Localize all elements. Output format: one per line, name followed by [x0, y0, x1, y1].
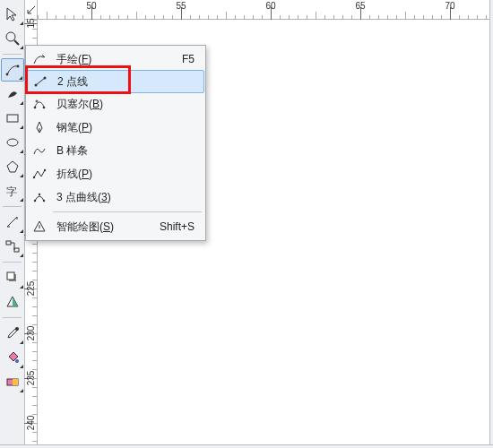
menu-label: 折线(P) — [51, 167, 195, 182]
smart-drawing-icon — [28, 220, 51, 234]
tool-rectangle[interactable] — [1, 107, 24, 130]
svg-rect-4 — [7, 115, 18, 122]
tool-ellipse[interactable] — [1, 131, 24, 154]
menu-label: 手绘(F) — [51, 52, 182, 67]
menu-shortcut: F5 — [182, 53, 203, 65]
svg-point-24 — [44, 77, 47, 80]
menu-label: 智能绘图(S) — [51, 220, 160, 235]
ruler-tick-label: 50 — [86, 1, 96, 11]
window-border-bottom — [0, 444, 493, 448]
tool-pick[interactable] — [1, 3, 24, 26]
app-root: 字 5055606570 152023225230235240 手绘(F) F5… — [0, 0, 493, 448]
bezier-icon — [28, 97, 51, 111]
svg-text:字: 字 — [6, 185, 17, 198]
svg-point-30 — [44, 169, 46, 171]
svg-rect-18 — [13, 379, 18, 385]
menu-item-smart-drawing[interactable]: 智能绘图(S) Shift+S — [28, 215, 203, 238]
svg-point-26 — [43, 107, 46, 109]
svg-point-16 — [15, 359, 19, 363]
svg-point-5 — [7, 139, 18, 146]
svg-point-25 — [34, 107, 37, 109]
ruler-origin-icon[interactable] — [25, 0, 38, 20]
menu-label: 3 点曲线(3) — [51, 190, 195, 205]
svg-point-32 — [43, 200, 45, 202]
svg-point-2 — [6, 73, 9, 76]
menu-label: 钢笔(P) — [51, 120, 195, 135]
two-point-line-icon — [29, 74, 52, 89]
menu-item-3-point-curve[interactable]: 3 点曲线(3) — [28, 185, 203, 209]
tool-fill[interactable] — [1, 346, 24, 369]
svg-rect-12 — [14, 248, 19, 252]
ruler-tick-label: 55 — [176, 1, 186, 11]
tool-text[interactable]: 字 — [1, 179, 24, 202]
tool-interactive-fill[interactable] — [1, 370, 24, 393]
svg-line-19 — [28, 6, 35, 13]
svg-point-33 — [39, 194, 40, 195]
svg-point-0 — [6, 32, 15, 41]
svg-rect-11 — [6, 241, 11, 245]
svg-point-23 — [35, 84, 38, 87]
ruler-tick-label: 65 — [355, 1, 365, 11]
menu-item-polyline[interactable]: 折线(P) — [28, 162, 203, 185]
menu-item-b-spline[interactable]: B 样条 — [28, 139, 203, 162]
svg-point-3 — [17, 65, 20, 68]
svg-line-8 — [7, 217, 17, 227]
svg-marker-6 — [7, 161, 18, 172]
curve-flyout-menu: 手绘(F) F5 2 点线 贝塞尔(B) 钢笔(P) B 样条 折线(P) — [25, 45, 206, 241]
window-border-right — [489, 0, 493, 448]
pen-icon — [28, 120, 51, 134]
svg-point-27 — [36, 100, 38, 102]
menu-label: 2 点线 — [52, 74, 195, 90]
tool-transparency[interactable] — [1, 290, 24, 314]
freehand-icon — [28, 52, 51, 66]
tool-connector[interactable] — [1, 235, 24, 258]
b-spline-icon — [28, 143, 51, 158]
menu-label: B 样条 — [51, 143, 195, 159]
menu-item-bezier[interactable]: 贝塞尔(B) — [28, 92, 203, 116]
ruler-horizontal[interactable]: 5055606570 — [25, 0, 489, 20]
svg-line-22 — [36, 78, 45, 85]
menu-label: 贝塞尔(B) — [51, 97, 195, 112]
menu-separator — [53, 211, 202, 212]
tool-drop-shadow[interactable] — [1, 266, 24, 289]
svg-point-15 — [15, 327, 19, 331]
svg-point-29 — [33, 177, 35, 178]
menu-item-pen[interactable]: 钢笔(P) — [28, 116, 203, 139]
polyline-icon — [28, 167, 51, 181]
tool-zoom[interactable] — [1, 27, 24, 50]
three-point-curve-icon — [28, 190, 51, 204]
menu-item-2-point-line[interactable]: 2 点线 — [27, 70, 204, 93]
svg-rect-14 — [7, 272, 14, 280]
tool-curve-flyout[interactable] — [1, 58, 24, 82]
tool-artistic-media[interactable] — [1, 82, 24, 106]
menu-item-freehand[interactable]: 手绘(F) F5 — [28, 47, 203, 71]
menu-shortcut: Shift+S — [160, 220, 203, 233]
ruler-tick-label: 70 — [445, 1, 454, 11]
tool-eyedropper[interactable] — [1, 322, 24, 345]
tool-polygon[interactable] — [1, 155, 24, 178]
svg-point-31 — [34, 200, 36, 202]
toolbox: 字 — [0, 0, 25, 448]
tool-dimension[interactable] — [1, 211, 24, 234]
svg-line-1 — [14, 40, 19, 45]
ruler-tick-label: 60 — [265, 1, 275, 11]
